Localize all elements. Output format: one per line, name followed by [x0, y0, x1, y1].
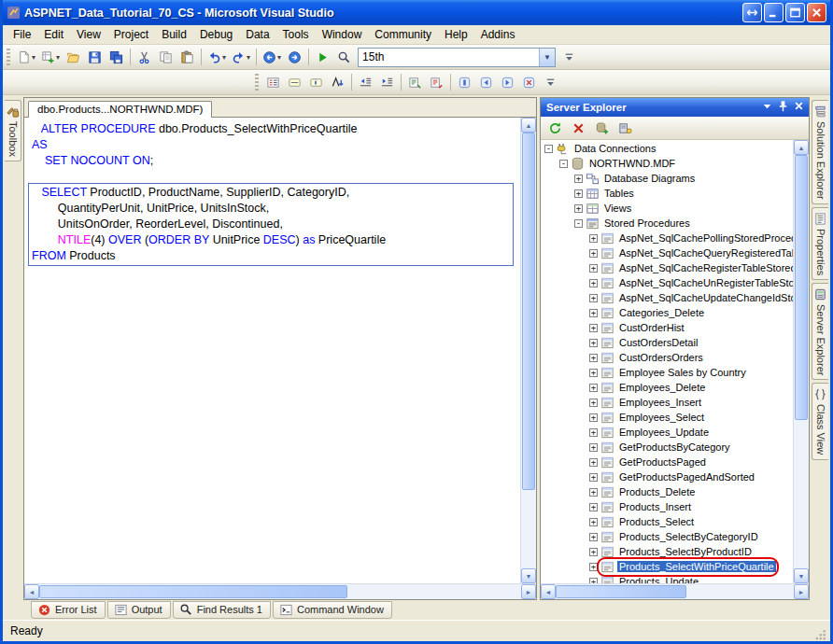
undo-button[interactable]: ▾ — [205, 47, 229, 67]
menu-build[interactable]: Build — [155, 26, 193, 43]
tree-item-employee-sales-by-country[interactable]: +Employee Sales by Country — [541, 365, 793, 380]
decrease-indent-button[interactable] — [355, 72, 376, 92]
menu-file[interactable]: File — [7, 26, 37, 43]
tab-find-results-1[interactable]: Find Results 1 — [173, 601, 271, 619]
tree-item-custorderhist[interactable]: +CustOrderHist — [541, 320, 793, 335]
find-in-files-button[interactable] — [333, 47, 355, 67]
tree-item-products-select[interactable]: +Products_Select — [541, 514, 793, 529]
plus-expander-icon[interactable]: + — [589, 324, 598, 332]
menu-debug[interactable]: Debug — [193, 26, 239, 43]
parameter-info-button[interactable] — [284, 72, 305, 92]
tree-item-products-selectbycategoryid[interactable]: +Products_SelectByCategoryID — [541, 529, 793, 544]
refresh-button[interactable] — [544, 118, 566, 138]
menu-window[interactable]: Window — [316, 26, 369, 43]
title-bar[interactable]: ASPNET_Data_Tutorial_70_CS - Microsoft V… — [3, 0, 830, 25]
plus-expander-icon[interactable]: + — [574, 204, 583, 213]
dropdown-arrow-icon[interactable]: ▾ — [56, 53, 60, 62]
auto-hide-button[interactable] — [776, 99, 790, 113]
scroll-up-icon[interactable]: ▲ — [521, 118, 536, 133]
plus-expander-icon[interactable]: + — [589, 548, 598, 556]
quick-info-button[interactable] — [305, 72, 327, 92]
menu-edit[interactable]: Edit — [37, 26, 70, 43]
scroll-down-icon[interactable]: ▼ — [794, 568, 809, 583]
minus-expander-icon[interactable]: - — [574, 219, 583, 228]
display-member-list-button[interactable] — [262, 72, 284, 92]
tree-item-products-update[interactable]: +Products_Update — [541, 574, 793, 583]
dropdown-arrow-icon[interactable]: ▾ — [277, 53, 281, 62]
plus-expander-icon[interactable]: + — [589, 249, 598, 258]
scroll-right-icon[interactable]: ► — [521, 584, 536, 599]
new-file-button[interactable]: ▾ — [14, 47, 38, 67]
toolbar-combobox-input[interactable] — [359, 49, 539, 66]
dropdown-arrow-icon[interactable]: ▾ — [222, 53, 226, 62]
minus-expander-icon[interactable]: - — [559, 160, 568, 168]
scroll-track[interactable] — [39, 584, 521, 599]
plus-expander-icon[interactable]: + — [589, 384, 598, 392]
plus-expander-icon[interactable]: + — [589, 399, 598, 407]
scroll-right-icon[interactable]: ► — [794, 584, 809, 599]
tree-item-aspnet-sqlcacheupdatechangeidstoredprocedure[interactable]: +AspNet_SqlCacheUpdateChangeIdStoredProc… — [541, 290, 793, 305]
tab-class-view[interactable]: Class View — [812, 383, 828, 459]
tab-command-window[interactable]: Command Window — [273, 601, 392, 619]
save-file-button[interactable] — [84, 47, 106, 67]
stop-refresh-button[interactable] — [568, 118, 589, 138]
tree-item-aspnet-sqlcachequeryregisteredtablesstoredprocedure[interactable]: +AspNet_SqlCacheQueryRegisteredTablesSto… — [541, 245, 793, 260]
copy-button[interactable] — [155, 47, 176, 67]
tree-item-custordersorders[interactable]: +CustOrdersOrders — [541, 350, 793, 365]
tree-item-northwnd-mdf[interactable]: -NORTHWND.MDF — [541, 156, 793, 171]
save-all-button[interactable] — [106, 47, 127, 67]
open-file-button[interactable] — [63, 47, 84, 67]
menu-data[interactable]: Data — [239, 26, 275, 43]
toolbar-combobox[interactable]: ▼ — [358, 48, 556, 67]
tree-item-products-selectbyproductid[interactable]: +Products_SelectByProductID — [541, 544, 793, 559]
start-debugging-button[interactable] — [312, 47, 333, 67]
menu-help[interactable]: Help — [438, 26, 474, 43]
tree-vertical-scrollbar[interactable]: ▲ ▼ — [793, 140, 809, 583]
navigate-backward-button[interactable]: ▾ — [260, 47, 284, 67]
plus-expander-icon[interactable]: + — [589, 309, 598, 317]
scroll-left-icon[interactable]: ◄ — [541, 584, 556, 599]
tree-item-products-selectwithpricequartile[interactable]: +Products_SelectWithPriceQuartile — [541, 559, 793, 574]
plus-expander-icon[interactable]: + — [589, 488, 598, 497]
tree-item-getproductsbycategory[interactable]: +GetProductsByCategory — [541, 440, 793, 455]
navigate-forward-button[interactable] — [284, 47, 305, 67]
scroll-thumb[interactable] — [522, 133, 535, 490]
tree-item-custordersdetail[interactable]: +CustOrdersDetail — [541, 335, 793, 350]
scroll-thumb[interactable] — [795, 155, 808, 420]
plus-expander-icon[interactable]: + — [589, 503, 598, 511]
tree-item-views[interactable]: +Views — [541, 201, 793, 216]
comment-selection-button[interactable] — [404, 72, 426, 92]
tree-item-getproductspagedandsorted[interactable]: +GetProductsPagedAndSorted — [541, 469, 793, 484]
plus-expander-icon[interactable]: + — [589, 264, 598, 273]
plus-expander-icon[interactable]: + — [574, 189, 583, 198]
next-bookmark-button[interactable] — [497, 72, 518, 92]
window-position-button[interactable] — [760, 99, 774, 113]
dropdown-arrow-icon[interactable]: ▾ — [32, 53, 35, 62]
tree-item-stored-procedures[interactable]: -Stored Procedures — [541, 216, 793, 231]
tree-item-aspnet-sqlcacheunregistertablestoredprocedure[interactable]: +AspNet_SqlCacheUnRegisterTableStoredPro… — [541, 275, 793, 290]
plus-expander-icon[interactable]: + — [589, 234, 598, 243]
tree-item-data-connections[interactable]: -Data Connections — [541, 141, 793, 156]
redo-button[interactable]: ▾ — [229, 47, 253, 67]
toolbar-grip[interactable] — [255, 74, 259, 91]
cut-button[interactable] — [134, 47, 155, 67]
add-item-button[interactable]: ▾ — [38, 47, 63, 67]
resize-grip[interactable] — [814, 628, 827, 641]
complete-word-button[interactable] — [327, 72, 348, 92]
tree-item-products-insert[interactable]: +Products_Insert — [541, 499, 793, 514]
scroll-track[interactable] — [521, 133, 536, 568]
server-explorer-titlebar[interactable]: Server Explorer — [541, 98, 809, 117]
close-button[interactable] — [807, 3, 826, 22]
uncomment-selection-button[interactable] — [426, 72, 447, 92]
close-window-button[interactable] — [792, 99, 806, 113]
tree-item-employees-update[interactable]: +Employees_Update — [541, 425, 793, 440]
clear-bookmarks-button[interactable] — [518, 72, 540, 92]
connect-server-button[interactable] — [614, 118, 636, 138]
dropdown-arrow-icon[interactable]: ▾ — [247, 53, 250, 62]
plus-expander-icon[interactable]: + — [589, 533, 598, 541]
tree-item-employees-insert[interactable]: +Employees_Insert — [541, 395, 793, 410]
scroll-left-icon[interactable]: ◄ — [24, 584, 39, 599]
minus-expander-icon[interactable]: - — [544, 145, 553, 153]
toolbar-grip[interactable] — [7, 49, 10, 66]
scroll-track[interactable] — [794, 155, 809, 568]
